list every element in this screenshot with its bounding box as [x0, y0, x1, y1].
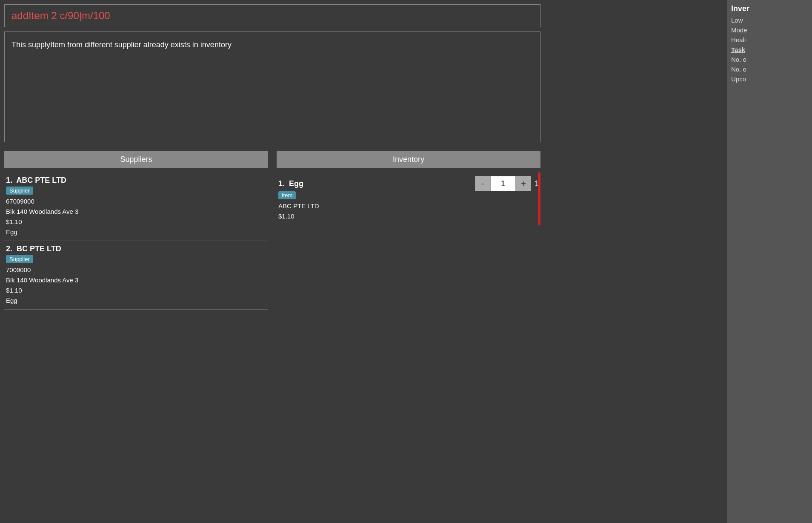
suppliers-panel: Suppliers 1. ABC PTE LTD Supplier 670090…	[4, 151, 268, 310]
red-bar-indicator	[538, 172, 540, 225]
panels-row: Suppliers 1. ABC PTE LTD Supplier 670090…	[4, 151, 540, 310]
supplier-2-name: 2. BC PTE LTD	[6, 244, 266, 253]
sidebar-item-low[interactable]: Low	[731, 17, 808, 24]
sidebar-item-upcoming[interactable]: Upco	[731, 75, 808, 83]
sidebar: Inver Low Mode Healt Task No. o No. o Up…	[727, 0, 812, 523]
sidebar-item-no2[interactable]: No. o	[731, 66, 808, 73]
quantity-plus-button[interactable]: +	[516, 176, 531, 191]
supplier-2-item: Egg	[6, 296, 266, 306]
inventory-item-supplier: ABC PTE LTD	[278, 201, 539, 211]
inventory-item-badge: Item	[278, 191, 296, 199]
supplier-1-price: $1.10	[6, 217, 266, 227]
supplier-1-badge: Supplier	[6, 187, 33, 195]
inventory-item-row: 1. Egg - + 1	[278, 176, 539, 191]
sidebar-item-health[interactable]: Healt	[731, 36, 808, 43]
supplier-2-badge: Supplier	[6, 255, 33, 263]
inventory-panel: Inventory 1. Egg - + 1 Item	[277, 151, 540, 310]
supplier-2-address: Blk 140 Woodlands Ave 3	[6, 275, 266, 285]
supplier-1-name: 1. ABC PTE LTD	[6, 176, 266, 185]
supplier-1-phone: 67009000	[6, 196, 266, 207]
sidebar-item-task[interactable]: Task	[731, 46, 808, 53]
inventory-item-name: 1. Egg	[278, 179, 303, 188]
inventory-header: Inventory	[277, 151, 540, 168]
inventory-item-1: 1. Egg - + 1 Item ABC PTE LTD $1.10	[277, 172, 540, 225]
message-text: This supplyItem from different supplier …	[11, 40, 232, 49]
supplier-2-number: 2.	[6, 244, 17, 253]
quantity-minus-button[interactable]: -	[475, 176, 490, 191]
suppliers-header: Suppliers	[4, 151, 268, 168]
supplier-2-phone: 7009000	[6, 265, 266, 275]
quantity-input[interactable]	[490, 176, 516, 191]
sidebar-title: Inver	[731, 4, 808, 13]
supplier-1-item: Egg	[6, 227, 266, 237]
supplier-2-price: $1.10	[6, 285, 266, 296]
sidebar-item-no1[interactable]: No. o	[731, 56, 808, 63]
page-title: addItem 2 c/90|m/100	[11, 10, 110, 21]
supplier-1-number: 1.	[6, 176, 16, 184]
supplier-item-2: 2. BC PTE LTD Supplier 7009000 Blk 140 W…	[4, 241, 268, 310]
quantity-controls: - + 1	[475, 176, 539, 191]
message-box: This supplyItem from different supplier …	[4, 32, 540, 142]
title-bar: addItem 2 c/90|m/100	[4, 4, 540, 27]
inventory-item-price: $1.10	[278, 211, 539, 221]
sidebar-item-mode[interactable]: Mode	[731, 26, 808, 34]
inventory-item-number: 1.	[278, 179, 289, 188]
supplier-1-address: Blk 140 Woodlands Ave 3	[6, 207, 266, 217]
supplier-item-1: 1. ABC PTE LTD Supplier 67009000 Blk 140…	[4, 172, 268, 241]
